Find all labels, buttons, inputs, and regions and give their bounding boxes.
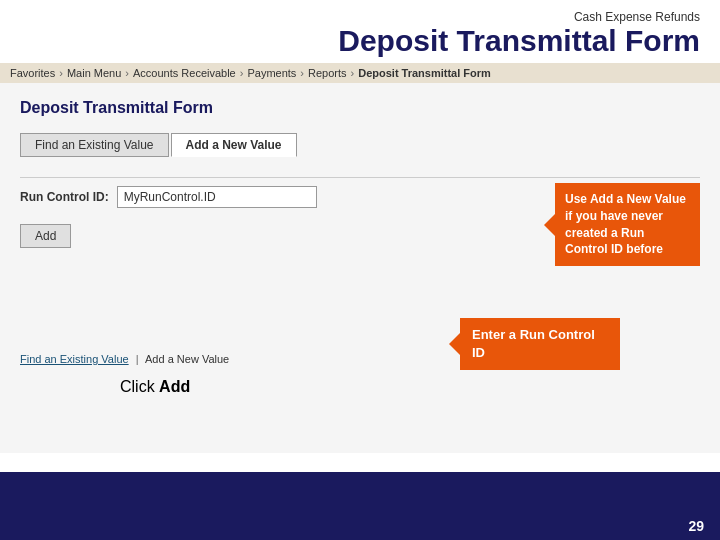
tooltip-add-new-value: Use Add a New Value if you have never cr… [555, 183, 700, 266]
breadcrumb-main-menu[interactable]: Main Menu [67, 67, 121, 79]
header-title: Deposit Transmittal Form [20, 24, 700, 57]
bottom-tabs: Find an Existing Value | Add a New Value [20, 353, 229, 365]
click-add-area: Click Add [120, 378, 190, 396]
tab-find-existing[interactable]: Find an Existing Value [20, 133, 169, 157]
breadcrumb-current: Deposit Transmittal Form [358, 67, 491, 79]
bottom-find-link[interactable]: Find an Existing Value [20, 353, 129, 365]
breadcrumb-accounts-receivable[interactable]: Accounts Receivable [133, 67, 236, 79]
main-content: Deposit Transmittal Form Find an Existin… [0, 83, 720, 453]
click-add-strong: Add [159, 378, 190, 395]
bottom-add-label: Add a New Value [145, 353, 229, 365]
add-button[interactable]: Add [20, 224, 71, 248]
footer: 29 [0, 472, 720, 540]
run-control-label: Run Control ID: [20, 190, 109, 204]
tab-add-new[interactable]: Add a New Value [171, 133, 297, 157]
breadcrumb-favorites[interactable]: Favorites [10, 67, 55, 79]
click-add-label: Click Add [120, 378, 190, 395]
header-subtitle: Cash Expense Refunds [20, 10, 700, 24]
run-control-input[interactable] [117, 186, 317, 208]
form-title: Deposit Transmittal Form [20, 99, 700, 117]
header: Cash Expense Refunds Deposit Transmittal… [0, 0, 720, 63]
form-tabs: Find an Existing Value Add a New Value [20, 133, 700, 157]
breadcrumb: Favorites › Main Menu › Accounts Receiva… [0, 63, 720, 83]
tooltip-run-control: Enter a Run Control ID [460, 318, 620, 370]
page-number: 29 [688, 518, 704, 534]
breadcrumb-reports[interactable]: Reports [308, 67, 347, 79]
breadcrumb-payments[interactable]: Payments [247, 67, 296, 79]
divider [20, 177, 700, 178]
